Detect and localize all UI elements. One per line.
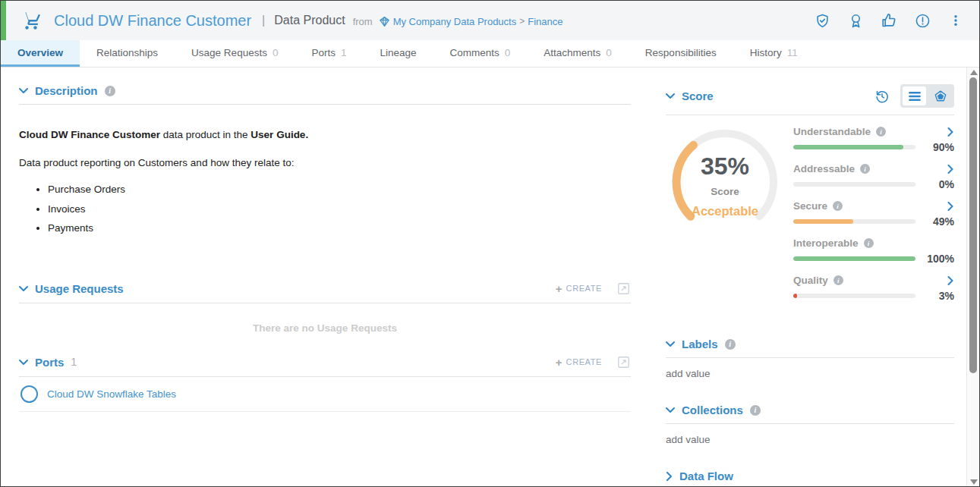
chevron-right-icon[interactable] [947, 202, 954, 211]
sidebar-column: Score [666, 68, 954, 487]
description-section: Description i Cloud DW Finance Customer … [19, 84, 631, 236]
port-circle-icon [20, 385, 38, 403]
port-list-item[interactable]: Cloud DW Snowflake Tables [19, 377, 631, 412]
tab-lineage[interactable]: Lineage [363, 40, 433, 67]
ports-count: 1 [71, 356, 77, 368]
collections-title[interactable]: Collections [682, 404, 743, 416]
list-view-button[interactable] [903, 86, 926, 105]
score-metric-interoperable: Interoperable i 100% [793, 237, 954, 265]
chevron-down-icon[interactable] [19, 359, 28, 366]
score-history-icon[interactable] [874, 89, 890, 104]
chevron-down-icon[interactable] [19, 87, 28, 94]
tab-history[interactable]: History11 [733, 40, 815, 67]
chevron-right-icon[interactable] [666, 472, 673, 481]
chevron-down-icon[interactable] [666, 341, 675, 347]
metric-fill [793, 219, 853, 224]
main-column: Description i Cloud DW Finance Customer … [19, 68, 631, 487]
info-icon: i [750, 405, 761, 416]
plus-icon: + [556, 282, 562, 295]
description-title[interactable]: Description [35, 84, 98, 97]
tab-bar: Overview Relationships Usage Requests0 P… [1, 40, 979, 68]
metric-bar [793, 294, 915, 298]
more-menu-kebab-icon[interactable] [947, 12, 964, 29]
score-value: 35% [701, 152, 749, 181]
metric-fill [793, 256, 915, 261]
create-usage-request-button[interactable]: + CREATE [556, 282, 602, 295]
header: Cloud DW Finance Customer | Data Product… [1, 1, 979, 40]
description-text: Cloud DW Finance Customer data product i… [19, 127, 631, 236]
tab-usage-requests[interactable]: Usage Requests0 [175, 40, 295, 67]
score-title[interactable]: Score [682, 90, 714, 102]
chevron-right-icon[interactable] [947, 127, 954, 137]
score-center-label: Score [711, 186, 739, 197]
create-port-button[interactable]: + CREATE [556, 356, 602, 369]
score-metric-addressable: Addressable i 0% [793, 163, 954, 190]
labels-add-value[interactable]: add value [666, 358, 954, 384]
tab-ports[interactable]: Ports1 [295, 40, 363, 67]
metric-value: 49% [922, 215, 954, 228]
collections-add-value[interactable]: add value [666, 424, 954, 450]
metric-bar [793, 182, 915, 187]
metric-value: 90% [922, 141, 954, 153]
port-name-link[interactable]: Cloud DW Snowflake Tables [47, 388, 176, 400]
labels-title[interactable]: Labels [682, 338, 718, 350]
thumbs-up-icon[interactable] [881, 12, 897, 29]
header-actions [814, 12, 979, 29]
chevron-down-icon[interactable] [666, 407, 675, 413]
bullet-item: Purchase Orders [48, 182, 631, 197]
info-icon: i [833, 201, 843, 211]
edit-box-icon[interactable] [616, 355, 631, 369]
vertical-scrollbar[interactable] [966, 68, 979, 487]
breadcrumb-current-link[interactable]: Finance [528, 16, 562, 27]
title-separator: | [262, 14, 265, 27]
tab-attachments[interactable]: Attachments0 [527, 40, 629, 67]
labels-section: Labels i add value [666, 338, 954, 384]
ports-section: Ports 1 + CREATE Cloud DW Snowflake Tabl… [19, 355, 631, 412]
scroll-down-arrow[interactable] [970, 479, 978, 485]
from-label: from [353, 16, 373, 27]
description-bullet-list: Purchase Orders Invoices Payments [19, 182, 631, 236]
chevron-down-icon[interactable] [19, 285, 28, 292]
usage-requests-empty-text: There are no Usage Requests [19, 322, 631, 334]
metric-bar [793, 256, 915, 261]
score-metrics: Understandable i 90% Addressabl [793, 126, 954, 312]
tab-responsibilities[interactable]: Responsibilities [629, 40, 733, 67]
certification-badge-icon[interactable] [847, 12, 864, 29]
shield-check-icon[interactable] [814, 12, 830, 29]
tab-comments[interactable]: Comments0 [433, 40, 528, 67]
tab-relationships[interactable]: Relationships [80, 40, 175, 67]
shopping-cart-icon[interactable] [20, 10, 42, 31]
bullet-item: Invoices [48, 202, 631, 217]
edit-box-icon[interactable] [616, 281, 631, 296]
page-title: Cloud DW Finance Customer [54, 12, 251, 30]
asset-type-label: Data Product [274, 14, 345, 27]
chevron-right-icon[interactable] [947, 165, 954, 174]
info-icon: i [864, 238, 874, 248]
alert-circle-icon[interactable] [914, 12, 931, 29]
metric-fill [793, 294, 797, 298]
scrollbar-thumb[interactable] [969, 77, 977, 373]
chevron-down-icon[interactable] [666, 93, 675, 99]
divider [19, 303, 631, 303]
metric-value: 100% [922, 253, 954, 265]
usage-requests-title[interactable]: Usage Requests [35, 282, 124, 295]
score-metric-secure: Secure i 49% [793, 200, 954, 228]
tab-overview[interactable]: Overview [1, 40, 80, 67]
info-icon: i [725, 339, 736, 350]
score-body: 35% Score Acceptable Understandable i [666, 124, 954, 312]
score-view-toggle [900, 84, 954, 108]
metric-bar [793, 145, 915, 149]
metric-value: 0% [922, 178, 954, 190]
chevron-right-icon[interactable] [947, 276, 954, 285]
radar-view-button[interactable] [928, 86, 952, 105]
content-area: Description i Cloud DW Finance Customer … [1, 68, 979, 487]
data-flow-title[interactable]: Data Flow [679, 470, 733, 482]
metric-fill [793, 145, 903, 149]
ports-title[interactable]: Ports [35, 356, 64, 369]
breadcrumb-parent-link[interactable]: My Company Data Products [393, 16, 517, 27]
score-metric-understandable: Understandable i 90% [793, 126, 954, 153]
status-accent-bar [1, 1, 6, 40]
collections-section: Collections i add value [666, 404, 954, 450]
scroll-up-arrow[interactable] [970, 70, 978, 75]
score-section: Score [666, 84, 954, 312]
